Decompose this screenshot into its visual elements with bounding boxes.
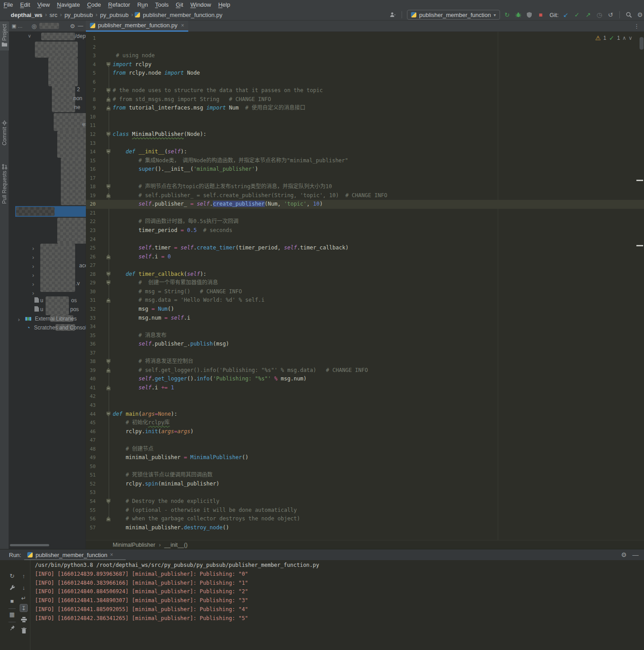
- code-line[interactable]: 33 msg.num = self.i: [86, 314, 644, 323]
- line-number[interactable]: 28: [86, 270, 96, 279]
- gutter-fold-area[interactable]: [96, 453, 113, 462]
- gutter-fold-area[interactable]: [96, 340, 113, 349]
- line-number[interactable]: 38: [86, 357, 96, 366]
- rollback-icon[interactable]: ↺: [606, 11, 614, 19]
- view-mode-icon[interactable]: ▣ …: [12, 23, 22, 29]
- git-push-icon[interactable]: ↗: [584, 11, 592, 19]
- code-line[interactable]: 37: [86, 349, 644, 358]
- chevron-right-icon[interactable]: ›: [32, 290, 34, 296]
- gutter-fold-area[interactable]: [96, 69, 113, 78]
- line-number[interactable]: 40: [86, 375, 96, 384]
- line-number[interactable]: 33: [86, 314, 96, 323]
- gutter-fold-area[interactable]: [96, 209, 113, 218]
- print-icon[interactable]: [20, 616, 28, 624]
- user-profile-icon[interactable]: [389, 11, 397, 19]
- code-line[interactable]: 1: [86, 34, 644, 43]
- line-number[interactable]: 1: [86, 34, 96, 43]
- fold-marker[interactable]: [106, 193, 110, 198]
- code-line[interactable]: 55 # (optional - otherwise it will be do…: [86, 506, 644, 515]
- fold-marker[interactable]: [106, 106, 110, 110]
- fold-marker[interactable]: [106, 385, 110, 390]
- gutter-fold-area[interactable]: [96, 322, 113, 331]
- line-number[interactable]: 43: [86, 401, 96, 410]
- stop-button[interactable]: ■: [537, 11, 545, 19]
- line-number[interactable]: 5: [86, 69, 96, 78]
- chevron-right-icon[interactable]: ›: [18, 316, 20, 323]
- gutter-fold-area[interactable]: [96, 51, 113, 60]
- locate-file-icon[interactable]: ◎: [31, 23, 36, 30]
- chevron-right-icon[interactable]: ›: [32, 254, 34, 261]
- code-line[interactable]: 21: [86, 209, 644, 218]
- fold-marker[interactable]: [106, 368, 110, 373]
- git-update-icon[interactable]: ↙: [562, 11, 570, 19]
- code-line[interactable]: 52 rclpy.spin(minimal_publisher): [86, 480, 644, 489]
- gutter-fold-area[interactable]: [96, 506, 113, 515]
- run-configuration-select[interactable]: publisher_member_function ▾: [407, 10, 500, 20]
- line-number[interactable]: 35: [86, 331, 96, 340]
- breadcrumb-file[interactable]: publisher_member_function.py: [142, 12, 223, 18]
- gutter-fold-area[interactable]: [96, 34, 113, 43]
- fold-marker[interactable]: [106, 184, 110, 189]
- chevron-right-icon[interactable]: ›: [32, 281, 34, 287]
- menu-item-navigate[interactable]: Navigate: [53, 1, 83, 8]
- fold-marker[interactable]: [106, 516, 110, 521]
- line-number[interactable]: 17: [86, 174, 96, 183]
- code-line[interactable]: 15 # 集成Node类， 调用Node的构造函数，并指定本节点名称为"mini…: [86, 156, 644, 165]
- code-line[interactable]: 54 # Destroy the node explicitly: [86, 497, 644, 506]
- menu-item-help[interactable]: Help: [215, 1, 234, 8]
- code-line[interactable]: 53: [86, 488, 644, 497]
- line-number[interactable]: 9: [86, 104, 96, 113]
- stop-icon[interactable]: ■: [8, 597, 16, 605]
- up-stack-trace-icon[interactable]: ↑: [20, 572, 28, 580]
- sidebar-item-commit[interactable]: Commit: [0, 119, 9, 145]
- code-line[interactable]: 34: [86, 322, 644, 331]
- breadcrumb-segment[interactable]: depthai_ws: [10, 12, 43, 18]
- gutter-fold-area[interactable]: [96, 279, 113, 287]
- pin-icon[interactable]: [8, 624, 16, 632]
- close-tab-icon[interactable]: ×: [181, 22, 184, 29]
- gutter-fold-area[interactable]: [96, 418, 113, 427]
- code-line[interactable]: 12class MinimalPublisher(Node):: [86, 130, 644, 139]
- code-line[interactable]: 26 self.i = 0: [86, 253, 644, 262]
- code-line[interactable]: 24: [86, 235, 644, 244]
- breadcrumb-segment[interactable]: py_pubsub: [64, 12, 94, 18]
- fold-marker[interactable]: [106, 88, 110, 93]
- line-number[interactable]: 31: [86, 296, 96, 305]
- gutter-fold-area[interactable]: [96, 392, 113, 401]
- code-line[interactable]: 50: [86, 462, 644, 471]
- line-number[interactable]: 21: [86, 209, 96, 218]
- line-number[interactable]: 48: [86, 445, 96, 454]
- menu-item-refactor[interactable]: Refactor: [105, 1, 134, 8]
- line-number[interactable]: 41: [86, 384, 96, 393]
- gutter-fold-area[interactable]: [96, 480, 113, 489]
- chevron-right-icon[interactable]: ›: [32, 245, 34, 252]
- line-number[interactable]: 15: [86, 156, 96, 165]
- gutter-fold-area[interactable]: [96, 261, 113, 270]
- line-number[interactable]: 3: [86, 51, 96, 60]
- gutter-fold-area[interactable]: [96, 148, 113, 156]
- line-number[interactable]: 54: [86, 497, 96, 506]
- fold-marker[interactable]: [106, 359, 110, 364]
- gutter-fold-area[interactable]: [96, 226, 113, 235]
- line-number[interactable]: 55: [86, 506, 96, 515]
- gutter-fold-area[interactable]: [96, 331, 113, 340]
- code-line[interactable]: 46 rclpy.init(args=args): [86, 427, 644, 436]
- fold-marker[interactable]: [106, 298, 110, 303]
- line-number[interactable]: 30: [86, 287, 96, 296]
- line-number[interactable]: 34: [86, 322, 96, 331]
- gutter-fold-area[interactable]: [96, 462, 113, 471]
- prev-problem-icon[interactable]: ∧: [622, 35, 626, 41]
- gutter-fold-area[interactable]: [96, 515, 113, 523]
- gutter-fold-area[interactable]: [96, 270, 113, 279]
- fold-marker[interactable]: [106, 132, 110, 137]
- menu-item-git[interactable]: Git: [172, 1, 187, 8]
- code-line[interactable]: 9from tutorial_interfaces.msg import Num…: [86, 104, 644, 113]
- line-number[interactable]: 19: [86, 191, 96, 200]
- gutter-fold-area[interactable]: [96, 174, 113, 183]
- code-line[interactable]: 27: [86, 261, 644, 270]
- code-line[interactable]: 31 # msg.data = 'Hello World: %d' % self…: [86, 296, 644, 305]
- line-number[interactable]: 29: [86, 279, 96, 287]
- code-line[interactable]: 8# from std_msgs.msg import String # CHA…: [86, 95, 644, 104]
- line-number[interactable]: 13: [86, 139, 96, 148]
- gutter-fold-area[interactable]: [96, 497, 113, 506]
